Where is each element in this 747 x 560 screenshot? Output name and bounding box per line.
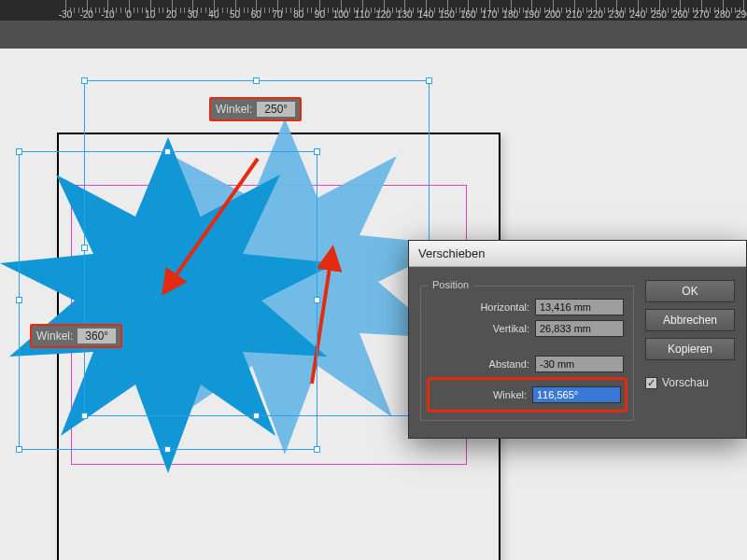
angle-highlight: Winkel:: [427, 377, 627, 413]
distance-input[interactable]: [535, 356, 624, 372]
distance-row: Abstand:: [430, 356, 624, 372]
angle-tooltip-360: Winkel: 360°: [30, 324, 122, 348]
vertical-label: Vertikal:: [493, 323, 529, 334]
move-dialog[interactable]: Verschieben Position Horizontal: Vertika…: [408, 240, 747, 439]
angle-label: Winkel:: [493, 389, 527, 400]
angle-tooltip-value: 360°: [78, 329, 116, 343]
toolbar-dark-strip: [0, 21, 747, 49]
horizontal-input[interactable]: [535, 299, 624, 315]
horizontal-row: Horizontal:: [430, 299, 624, 315]
check-icon: ✓: [645, 377, 657, 389]
vertical-row: Vertikal:: [430, 320, 624, 337]
canvas-area[interactable]: Winkel: 250° Winkel: 360° Verschieben Po…: [0, 49, 747, 560]
angle-row: Winkel:: [433, 386, 621, 403]
angle-tooltip-label: Winkel:: [36, 329, 73, 343]
vertical-input[interactable]: [535, 320, 624, 337]
position-legend: Position: [429, 279, 472, 290]
angle-tooltip-value: 250°: [257, 102, 295, 117]
copy-button[interactable]: Kopieren: [645, 338, 735, 360]
horizontal-label: Horizontal:: [480, 301, 529, 313]
distance-label: Abstand:: [489, 358, 529, 370]
position-group: Position Horizontal: Vertikal: Abstand:: [420, 286, 634, 421]
preview-checkbox[interactable]: ✓ Vorschau: [645, 376, 735, 389]
ok-button[interactable]: OK: [645, 280, 735, 302]
angle-tooltip-label: Winkel:: [216, 103, 252, 116]
preview-label: Vorschau: [662, 376, 709, 389]
angle-tooltip-250: Winkel: 250°: [209, 97, 302, 121]
angle-input[interactable]: [532, 386, 621, 403]
ruler-horizontal: -30-20-100102030405060708090100110120130…: [0, 0, 747, 21]
selection-box-ghost[interactable]: [84, 80, 430, 416]
dialog-title[interactable]: Verschieben: [409, 241, 746, 267]
cancel-button[interactable]: Abbrechen: [645, 309, 735, 331]
